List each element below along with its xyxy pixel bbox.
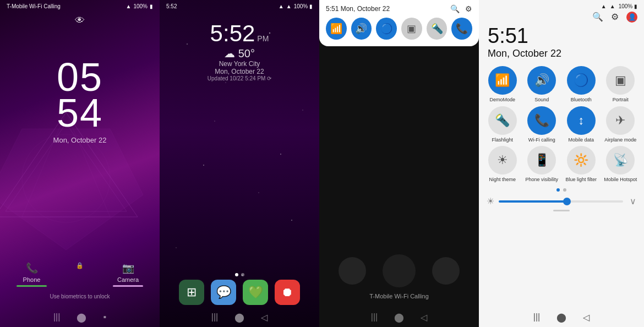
qs-flashlight-icon: 🔦 <box>488 106 517 135</box>
svg-point-11 <box>203 165 204 166</box>
notif-home-nav[interactable]: ⬤ <box>394 312 404 323</box>
camera-progress <box>113 285 143 287</box>
qs-dot-2 <box>563 188 566 192</box>
qs-tile-wifi-calling[interactable]: 📞 Wi-Fi calling <box>524 106 560 143</box>
home-recents-nav[interactable]: ◁ <box>261 312 268 323</box>
lock-actions-row: 📞 Phone 🔒 📷 Camera <box>0 262 160 287</box>
qs-bt-tile[interactable]: 🔵 <box>376 18 397 40</box>
qs-signal-status: ▲ <box>610 3 615 9</box>
qs-home-nav[interactable]: ⬤ <box>556 312 566 323</box>
qs-tile-bluelight[interactable]: 🔆 Blue light filter <box>563 146 599 183</box>
qs-wifi-status: ▲ <box>601 3 607 9</box>
camera-button[interactable]: 📷 Camera <box>113 262 143 287</box>
qs-tile-mobile-data[interactable]: ↕ Mobile data <box>563 106 599 143</box>
home-home-nav[interactable]: ⬤ <box>234 312 244 323</box>
panel-qs: ▲ ▲ 100% ▮ 🔍 ⚙ 👤 5:51 Mon, October 22 📶 … <box>479 0 644 327</box>
notif-settings-icon[interactable]: ⚙ <box>465 4 472 13</box>
wechat-icon[interactable]: 💚 <box>243 280 268 305</box>
qs-tile-hotspot[interactable]: 📡 Mobile Hotspot <box>603 146 639 183</box>
qs-settings-icon[interactable]: ⚙ <box>611 12 619 23</box>
brightness-track[interactable] <box>499 200 623 203</box>
lock-icon: 🔒 <box>76 262 84 269</box>
home-time-small: 5:52 <box>166 3 177 9</box>
qs-hotspot-label: Mobile Hotspot <box>604 177 637 183</box>
qs-search-icon[interactable]: 🔍 <box>592 12 603 23</box>
qs-phone-tile[interactable]: 📞 <box>451 18 472 40</box>
wifi-icon: ▲ <box>126 3 132 9</box>
back-nav[interactable]: ||| <box>53 312 60 323</box>
brightness-fill <box>499 200 567 203</box>
chat-icon[interactable]: 💬 <box>211 280 236 305</box>
qs-bluetooth-icon: 🔵 <box>567 66 596 95</box>
brightness-expand-icon[interactable]: ∨ <box>630 196 636 206</box>
bottom-circle-3 <box>432 257 460 285</box>
recents-nav[interactable]: ▪ <box>103 312 106 323</box>
qs-portrait-tile[interactable]: ▣ <box>401 18 422 40</box>
page-dot-1 <box>235 273 238 276</box>
qs-compact-row: 📶 🔊 🔵 ▣ 🔦 📞 <box>326 18 472 40</box>
qs-nav-bar: ||| ⬤ ◁ <box>479 312 644 323</box>
bottom-circle-1 <box>339 257 366 285</box>
qs-wifi-tile[interactable]: 📶 <box>326 18 347 40</box>
eye-icon[interactable]: 👁 <box>75 15 85 26</box>
home-status-bar: 5:52 ▲ ▲ 100% ▮ <box>160 0 319 9</box>
qs-tile-portrait[interactable]: ▣ Portrait <box>603 66 639 103</box>
qs-visibility-icon: 📱 <box>527 146 556 175</box>
notif-back-nav[interactable]: ||| <box>371 312 378 323</box>
qs-flashlight-label: Flashlight <box>492 137 513 143</box>
notif-search-icon[interactable]: 🔍 <box>450 4 460 13</box>
qs-header: 🔍 ⚙ 👤 <box>479 9 644 23</box>
qs-demomode-label: DemoMode <box>489 97 515 103</box>
qs-bluetooth-label: Bluetooth <box>571 97 592 103</box>
notif-recents-nav[interactable]: ◁ <box>421 312 427 323</box>
qs-flash-tile[interactable]: 🔦 <box>427 18 447 40</box>
svg-marker-2 <box>0 129 143 250</box>
qs-sound-tile[interactable]: 🔊 <box>351 18 372 40</box>
phone-progress <box>17 285 47 287</box>
qs-user-icon[interactable]: 👤 <box>626 12 637 23</box>
qs-brightness-row[interactable]: ☀ ∨ <box>479 194 644 209</box>
phone-button[interactable]: 📞 Phone <box>17 262 47 287</box>
home-signal-icon: ▲ <box>286 3 292 9</box>
panel-lock: T-Mobile Wi-Fi Calling ▲ 100% ▮ 👁 05 54 … <box>0 0 160 327</box>
phone-icon: 📞 <box>26 262 38 274</box>
home-clock-widget: 5:52 PM ☁ 50° New York City Mon, October… <box>208 20 271 81</box>
qs-tile-demomode[interactable]: 📶 DemoMode <box>484 66 521 103</box>
home-wifi-icon: ▲ <box>279 3 284 9</box>
qs-airplane-icon: ✈ <box>606 106 635 135</box>
svg-point-17 <box>280 154 281 155</box>
home-date: Mon, October 22 <box>208 68 271 75</box>
qs-tile-flashlight[interactable]: 🔦 Flashlight <box>484 106 521 143</box>
qs-tile-night[interactable]: ☀ Night theme <box>484 146 521 183</box>
qs-tile-airplane[interactable]: ✈ Airplane mode <box>603 106 639 143</box>
screen-record-icon[interactable]: ⏺ <box>275 280 300 305</box>
qs-tile-sound[interactable]: 🔊 Sound <box>524 66 560 103</box>
home-back-nav[interactable]: ||| <box>211 312 218 323</box>
svg-point-7 <box>187 43 188 45</box>
panel-home: 5:52 ▲ ▲ 100% ▮ 5:52 PM ☁ 50° New York C… <box>160 0 319 327</box>
qs-page-dots <box>479 188 644 192</box>
phone-label: Phone <box>23 276 41 283</box>
qs-tile-visibility[interactable]: 📱 Phone visibility <box>524 146 560 183</box>
shade-top: 5:51 Mon, October 22 🔍 ⚙ 📶 🔊 🔵 ▣ 🔦 📞 <box>319 0 479 46</box>
bottom-circle-2 <box>383 254 416 287</box>
home-weather: ☁ 50° <box>208 47 271 60</box>
panel-notif: 5:51 Mon, October 22 🔍 ⚙ 📶 🔊 🔵 ▣ 🔦 📞 T-M… <box>319 0 479 327</box>
qs-battery-status: 100% ▮ <box>619 3 637 9</box>
qs-tile-bluetooth[interactable]: 🔵 Bluetooth <box>563 66 599 103</box>
home-time: 5:52 <box>210 20 255 47</box>
lock-nav-bar: ||| ⬤ ▪ <box>0 312 160 323</box>
apps-grid-icon[interactable]: ⊞ <box>179 280 204 305</box>
qs-recents-nav[interactable]: ◁ <box>583 312 590 323</box>
qs-datetime: 5:51 Mon, October 22 <box>479 23 644 64</box>
home-status-icons: ▲ ▲ 100% ▮ <box>279 3 313 9</box>
battery-icon: ▮ <box>150 3 153 9</box>
notif-nav-bar: ||| ⬤ ◁ <box>319 312 479 323</box>
qs-back-nav[interactable]: ||| <box>533 312 540 323</box>
qs-mobile-data-label: Mobile data <box>568 137 594 143</box>
notif-header: 5:51 Mon, October 22 🔍 ⚙ <box>326 4 472 13</box>
lock-bottom-controls: 📞 Phone 🔒 📷 Camera Use biometrics to unl… <box>0 262 160 299</box>
qs-wifi-calling-icon: 📞 <box>527 106 556 135</box>
home-nav[interactable]: ⬤ <box>77 312 86 323</box>
qs-portrait-label: Portrait <box>613 97 629 103</box>
